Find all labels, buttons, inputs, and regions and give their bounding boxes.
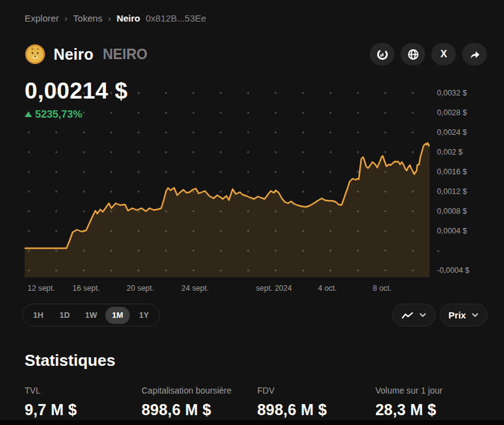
y-axis-tick: 0,0024 $ [437, 127, 467, 137]
range-button-1d[interactable]: 1D [52, 307, 77, 324]
token-actions: X [370, 43, 487, 65]
y-axis-tick: 0,0008 $ [437, 206, 467, 216]
globe-icon [407, 49, 419, 60]
chevron-right-icon: › [108, 13, 111, 23]
token-name: Neiro [54, 46, 94, 63]
x-axis-tick: 20 sept. [127, 284, 154, 293]
stat-label: Capitalisation boursière [142, 386, 231, 395]
doge-coin-icon [25, 44, 46, 65]
range-button-1m[interactable]: 1M [105, 307, 130, 324]
share-button[interactable] [462, 43, 487, 65]
range-button-1y[interactable]: 1Y [132, 307, 156, 324]
breadcrumb: Explorer › Tokens › Neiro 0x812B...53Ee [25, 13, 206, 23]
page-bottom-divider [0, 420, 504, 425]
token-price: 0,00214 $ [25, 78, 127, 104]
metric-dropdown-label: Prix [449, 310, 466, 320]
stat-label: FDV [257, 386, 327, 395]
range-button-1w[interactable]: 1W [79, 307, 103, 324]
x-twitter-button[interactable]: X [431, 43, 456, 65]
x-axis-tick: 12 sept. [28, 284, 55, 293]
metric-dropdown[interactable]: Prix [440, 304, 487, 326]
token-address[interactable]: 0x812B...53Ee [146, 13, 206, 23]
y-axis-tick: 0,0028 $ [437, 108, 467, 118]
stat-value: 9,7 M $ [25, 401, 77, 419]
token-header: Neiro NEIRO [25, 44, 148, 65]
x-axis-tick: 8 oct. [373, 284, 392, 293]
stat-tvl: TVL 9,7 M $ [25, 386, 77, 419]
y-axis-tick: 0,002 $ [437, 147, 463, 157]
token-symbol: NEIRO [103, 46, 148, 63]
etherscan-icon [377, 49, 388, 60]
line-chart-icon [401, 311, 414, 320]
range-button-1h[interactable]: 1H [26, 307, 50, 324]
price-change-value: 5235,73% [35, 108, 82, 121]
chevron-right-icon: › [65, 13, 68, 23]
stat-value: 898,6 M $ [142, 401, 231, 419]
x-twitter-icon: X [441, 49, 447, 59]
website-button[interactable] [401, 43, 425, 65]
chevron-down-icon [419, 313, 426, 318]
stat-fdv: FDV 898,6 M $ [257, 386, 327, 419]
breadcrumb-tokens[interactable]: Tokens [73, 13, 103, 23]
stat-volume-1d: Volume sur 1 jour 28,3 M $ [375, 386, 442, 419]
y-axis-tick: 0,0004 $ [437, 226, 467, 236]
breadcrumb-current-token: Neiro [116, 13, 140, 23]
etherscan-button[interactable] [370, 43, 394, 65]
x-axis-tick: sept. 2024 [256, 284, 292, 293]
price-change: 5235,73% [25, 108, 82, 121]
stat-market-cap: Capitalisation boursière 898,6 M $ [142, 386, 231, 419]
x-axis-tick: 4 oct. [318, 284, 337, 293]
x-axis-tick: 16 sept. [73, 284, 100, 293]
stat-value: 28,3 M $ [375, 401, 442, 419]
token-page: Explorer › Tokens › Neiro 0x812B...53Ee … [0, 0, 504, 425]
y-axis-tick: 0,0032 $ [437, 88, 467, 98]
price-chart[interactable] [25, 83, 430, 277]
stat-label: Volume sur 1 jour [375, 386, 442, 395]
stat-value: 898,6 M $ [257, 401, 327, 419]
breadcrumb-explorer[interactable]: Explorer [25, 13, 59, 23]
y-axis-tick: - [437, 246, 439, 256]
statistics-title: Statistiques [25, 351, 115, 370]
share-icon [469, 49, 481, 60]
arrow-up-icon [25, 111, 32, 117]
y-axis-tick: -0,0004 $ [437, 265, 470, 275]
y-axis-tick: 0,0012 $ [437, 187, 467, 196]
y-axis-tick: 0,0016 $ [437, 167, 467, 177]
stat-label: TVL [25, 386, 77, 395]
time-range-selector: 1H 1D 1W 1M 1Y [22, 304, 160, 326]
chevron-down-icon [471, 313, 479, 318]
chart-type-dropdown[interactable] [392, 304, 436, 326]
x-axis-tick: 24 sept. [182, 284, 209, 293]
